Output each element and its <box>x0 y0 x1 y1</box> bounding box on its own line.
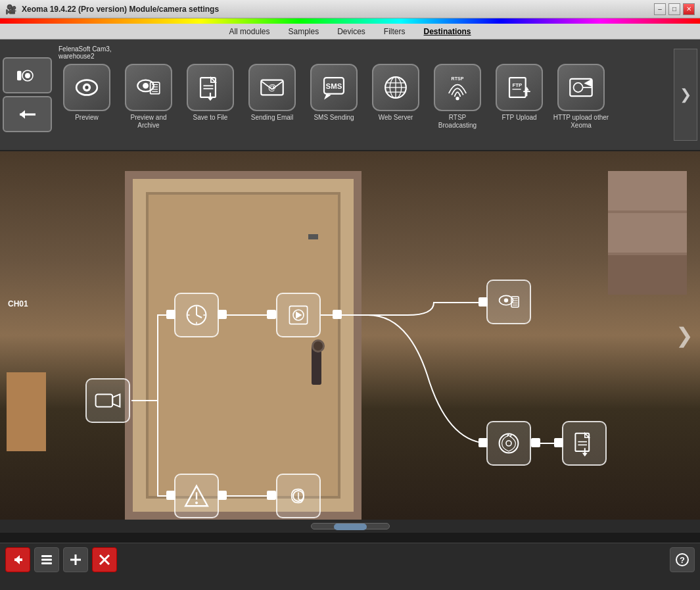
maximize-button[interactable]: □ <box>668 3 680 15</box>
svg-point-32 <box>455 97 459 100</box>
title-bar: 🎥 Xeoma 19.4.22 (Pro version) Module/cam… <box>0 0 700 18</box>
sms-label: SMS Sending <box>314 114 354 122</box>
node-camera-source[interactable] <box>85 378 130 423</box>
node-email[interactable] <box>276 474 321 518</box>
door-frame <box>125 171 362 520</box>
svg-point-9 <box>143 82 149 88</box>
rtsp-icon: RTSP <box>434 64 481 111</box>
node-video-recorder[interactable] <box>486 421 531 466</box>
svg-marker-87 <box>582 453 588 456</box>
help-button[interactable]: ? <box>670 547 695 572</box>
svg-marker-25 <box>324 93 331 99</box>
svg-point-68 <box>504 298 508 302</box>
svg-point-7 <box>85 86 88 89</box>
menu-bar: All modules Samples Devices Filters Dest… <box>0 24 700 39</box>
delete-button[interactable] <box>92 547 117 572</box>
preview-icon <box>63 64 110 111</box>
preview-archive-icon <box>125 64 172 111</box>
back-button[interactable] <box>5 547 30 572</box>
module-email[interactable]: @ Sending Email <box>243 64 302 122</box>
svg-text:SMS: SMS <box>326 82 342 89</box>
canvas-scroll-right[interactable]: ❯ <box>676 323 693 348</box>
node-alert[interactable] <box>174 474 219 518</box>
title-bar-text: Xeoma 19.4.22 (Pro version) Module/camer… <box>22 5 219 14</box>
menu-all-modules[interactable]: All modules <box>226 26 272 37</box>
door-inner <box>146 192 340 499</box>
sms-icon: SMS <box>310 64 358 111</box>
scroll-right-button[interactable]: ❯ <box>674 49 697 141</box>
ftp-label: FTP Upload <box>502 114 536 122</box>
svg-line-59 <box>197 315 202 318</box>
svg-marker-56 <box>112 394 120 406</box>
module-rtsp[interactable]: RTSP RTSP Broadcasting <box>428 64 487 130</box>
color-strip <box>0 18 700 24</box>
http-icon <box>557 64 605 111</box>
svg-rect-90 <box>41 555 52 557</box>
menu-filters[interactable]: Filters <box>381 26 408 37</box>
menu-destinations[interactable]: Destinations <box>421 26 474 37</box>
add-button[interactable] <box>63 547 88 572</box>
node-motion-detector[interactable] <box>276 293 321 337</box>
svg-marker-42 <box>584 78 592 86</box>
svg-text:RTSP: RTSP <box>452 76 464 80</box>
title-bar-controls: – □ ✕ <box>654 3 695 15</box>
module-http[interactable]: HTTP upload other Xeoma <box>551 64 611 130</box>
svg-rect-92 <box>41 562 52 564</box>
node-save-file[interactable] <box>562 421 607 466</box>
close-button[interactable]: ✕ <box>683 3 695 15</box>
module-preview[interactable]: Preview <box>57 64 116 122</box>
svg-point-41 <box>574 82 583 91</box>
save-file-icon <box>187 64 234 111</box>
ftp-icon: FTP <box>496 64 543 111</box>
svg-point-1 <box>25 73 30 78</box>
channel-label: CH01 <box>8 299 28 308</box>
rtsp-label: RTSP Broadcasting <box>430 114 486 130</box>
module-web-server[interactable]: Web Server <box>366 64 425 122</box>
svg-point-79 <box>506 441 511 446</box>
svg-rect-2 <box>17 70 21 80</box>
email-label: Sending Email <box>251 114 293 122</box>
menu-samples[interactable]: Samples <box>285 26 321 37</box>
menu-devices[interactable]: Devices <box>335 26 368 37</box>
module-ftp[interactable]: FTP FTP Upload <box>490 64 549 122</box>
door-lock <box>312 339 325 353</box>
save-file-label: Save to File <box>193 114 228 122</box>
camera-preview-thumb[interactable] <box>3 57 52 93</box>
web-server-icon <box>372 64 419 111</box>
svg-rect-89 <box>14 558 22 561</box>
svg-text:@: @ <box>268 83 276 92</box>
left-item <box>7 372 46 451</box>
bottom-toolbar: ? <box>0 543 700 576</box>
svg-text:FTP: FTP <box>512 82 522 88</box>
room-shelf <box>608 171 687 289</box>
scrollbar-track[interactable] <box>311 523 390 529</box>
svg-rect-10 <box>151 82 160 94</box>
svg-marker-20 <box>208 97 214 100</box>
scrollbar-thumb <box>334 524 367 530</box>
minimize-button[interactable]: – <box>654 3 666 15</box>
module-save-file[interactable]: Save to File <box>181 64 240 122</box>
node-scheduler[interactable] <box>174 293 219 337</box>
module-sms[interactable]: SMS SMS Sending <box>304 64 363 122</box>
svg-text:?: ? <box>680 555 685 565</box>
http-label: HTTP upload other Xeoma <box>553 114 609 130</box>
scrollbar-area <box>0 520 700 533</box>
list-button[interactable] <box>34 547 59 572</box>
web-server-label: Web Server <box>379 114 413 122</box>
node-preview-archive[interactable] <box>486 280 531 324</box>
back-arrow-button[interactable] <box>3 96 52 132</box>
module-preview-archive[interactable]: Preview and Archive <box>119 64 178 130</box>
modules-scroll: Preview Preview and Archive <box>57 61 674 130</box>
svg-point-76 <box>195 501 198 504</box>
preview-archive-label: Preview and Archive <box>121 114 177 130</box>
svg-marker-66 <box>296 311 302 318</box>
preview-label: Preview <box>75 114 99 122</box>
svg-rect-4 <box>20 113 35 115</box>
canvas-area: CH01 <box>0 151 700 520</box>
module-left-controls <box>3 57 52 132</box>
camera-name: FelenaSoft Cam3, warehouse2 <box>58 45 112 60</box>
module-toolbar: FelenaSoft Cam3, warehouse2 Preview <box>0 39 700 151</box>
svg-rect-91 <box>41 558 52 560</box>
bottom-strip <box>0 533 700 543</box>
svg-rect-55 <box>96 394 113 406</box>
